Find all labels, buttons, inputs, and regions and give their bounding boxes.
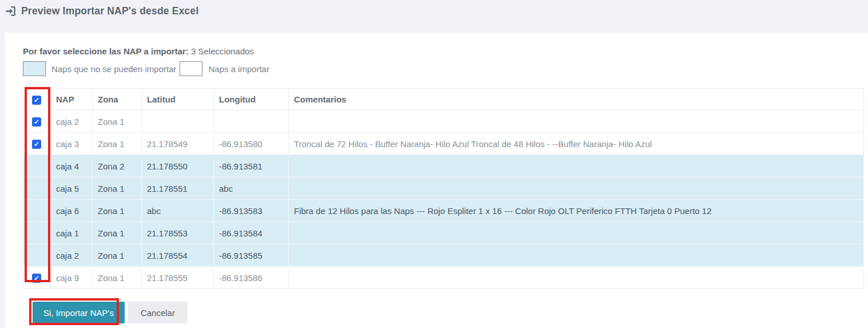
cell-zona: Zona 1: [93, 222, 142, 244]
cell-latitud: abc: [142, 200, 214, 222]
cell-nap: caja 2: [51, 110, 93, 133]
cell-longitud: -86.913581: [214, 155, 289, 177]
selected-count: 3 Seleccionados: [191, 46, 254, 56]
cell-nap: caja 4: [51, 155, 93, 177]
legend-label-importable: Naps a importar: [208, 64, 269, 74]
cell-latitud: 21.178553: [142, 222, 214, 244]
cell-comentarios: [289, 177, 864, 200]
row-checkbox[interactable]: [32, 117, 41, 127]
instruction-text: Por favor seleccione las NAP a importar:…: [23, 46, 254, 56]
cell-nap: caja 5: [51, 177, 93, 200]
cell-latitud: 21.178549: [142, 133, 214, 155]
table-row: caja 1 Zona 1 21.178553 -86.913584: [23, 222, 864, 244]
table-header-row: NAP Zona Latitud Longitud Comentarios: [23, 89, 864, 110]
select-all-checkbox[interactable]: [32, 96, 41, 105]
column-header-comentarios: Comentarios: [289, 89, 864, 110]
table-row: caja 3 Zona 1 21.178549 -86.913580 Tronc…: [23, 133, 864, 155]
cell-comentarios: [289, 222, 864, 244]
instruction-label: Por favor seleccione las NAP a importar:: [23, 46, 189, 56]
sign-in-icon: [5, 6, 16, 17]
cell-longitud: -86.913585: [214, 244, 289, 267]
cell-comentarios: Fibra de 12 Hilos para las Naps --- Rojo…: [289, 200, 864, 222]
row-checkbox[interactable]: [32, 274, 41, 283]
cell-zona: Zona 1: [93, 110, 142, 133]
table-row: caja 9 Zona 1 21.178555 -86.913586: [23, 267, 864, 289]
cell-zona: Zona 1: [93, 133, 142, 155]
cell-zona: Zona 1: [93, 267, 142, 289]
cell-nap: caja 2: [51, 244, 93, 267]
page-title: Preview Importar NAP's desde Excel: [21, 5, 199, 17]
column-header-latitud: Latitud: [142, 89, 214, 110]
cell-nap: caja 3: [51, 133, 93, 155]
cell-nap: caja 1: [51, 222, 93, 244]
cell-comentarios: [289, 244, 864, 267]
cell-longitud: abc: [214, 177, 289, 200]
cell-nap: caja 6: [51, 200, 93, 222]
cell-comentarios: [289, 267, 864, 289]
table-row: caja 6 Zona 1 abc -86.913583 Fibra de 12…: [23, 200, 864, 222]
nap-preview-table: NAP Zona Latitud Longitud Comentarios ca…: [23, 88, 864, 289]
cell-zona: Zona 1: [93, 244, 142, 267]
cell-longitud: [214, 110, 289, 133]
column-header-nap: NAP: [51, 89, 93, 110]
cell-zona: Zona 1: [93, 177, 142, 200]
cell-zona: Zona 2: [93, 155, 142, 177]
cell-comentarios: Troncal de 72 Hilos - Buffer Naranja- Hi…: [289, 133, 864, 155]
table-row: caja 2 Zona 1: [23, 110, 864, 133]
cell-latitud: 21.178550: [142, 155, 214, 177]
cell-zona: Zona 1: [93, 200, 142, 222]
actions-bar: Si, Importar NAP's Cancelar: [33, 302, 188, 323]
legend: Naps que no se pueden importar Naps a im…: [23, 61, 274, 76]
column-header-longitud: Longitud: [214, 89, 289, 110]
table-row: caja 4 Zona 2 21.178550 -86.913581: [23, 155, 864, 177]
cell-longitud: -86.913584: [214, 222, 289, 244]
cell-comentarios: [289, 110, 864, 133]
cell-latitud: 21.178551: [142, 177, 214, 200]
table-row: caja 2 Zona 1 21.178554 -86.913585: [23, 244, 864, 267]
cell-latitud: 21.178555: [142, 267, 214, 289]
cancel-button[interactable]: Cancelar: [128, 302, 188, 323]
content-panel: Por favor seleccione las NAP a importar:…: [5, 33, 868, 328]
row-checkbox[interactable]: [32, 140, 41, 149]
legend-label-blocked: Naps que no se pueden importar: [51, 64, 176, 74]
cell-latitud: [142, 110, 214, 133]
table-row: caja 5 Zona 1 21.178551 abc: [23, 177, 864, 200]
nap-table-body: caja 2 Zona 1 caja 3 Zona 1 21.178549 -8…: [23, 110, 864, 289]
cell-latitud: 21.178554: [142, 244, 214, 267]
legend-swatch-blocked: [23, 61, 46, 76]
column-header-zona: Zona: [93, 89, 142, 110]
page: Preview Importar NAP's desde Excel Por f…: [0, 0, 868, 328]
cell-longitud: -86.913586: [214, 267, 289, 289]
cell-longitud: -86.913580: [214, 133, 289, 155]
cell-comentarios: [289, 155, 864, 177]
page-header: Preview Importar NAP's desde Excel: [5, 5, 199, 17]
confirm-import-button[interactable]: Si, Importar NAP's: [33, 302, 125, 323]
cell-nap: caja 9: [51, 267, 93, 289]
legend-swatch-importable: [180, 61, 202, 76]
cell-longitud: -86.913583: [214, 200, 289, 222]
